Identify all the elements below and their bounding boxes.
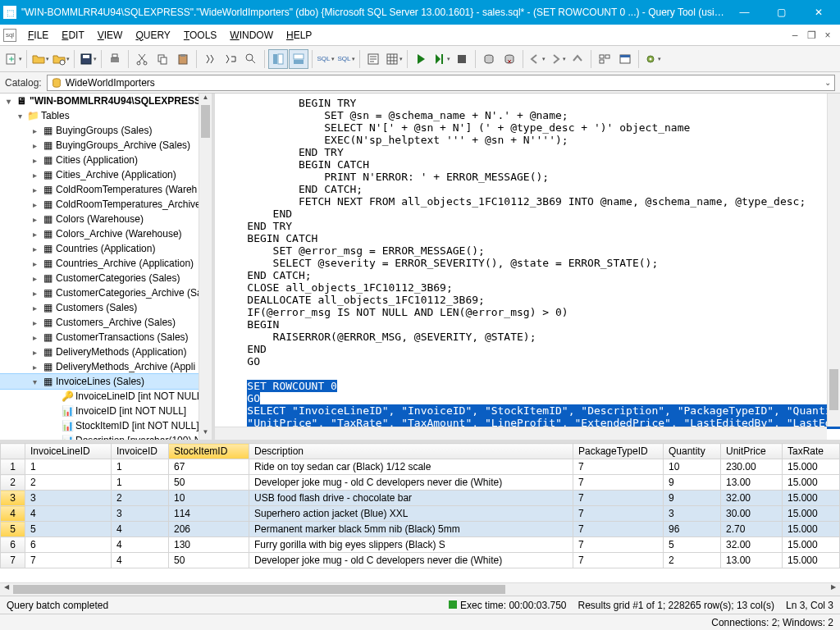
grid-cell[interactable]: 4	[112, 522, 169, 537]
grid-cell[interactable]: 15.000	[783, 459, 840, 475]
tree-root[interactable]: ▾🖥"WIN-BOMMLRR4U94\SQLEXPRESS".	[0, 94, 212, 108]
tree-table[interactable]: ▸▦Customers (Sales)	[0, 300, 212, 315]
copy-button[interactable]	[153, 49, 172, 69]
grid-cell[interactable]: Superhero action jacket (Blue) XXL	[249, 506, 573, 522]
print-button[interactable]	[105, 49, 125, 69]
new-query-button[interactable]	[3, 49, 23, 69]
row-number[interactable]: 2	[1, 475, 25, 491]
results-to-text-button[interactable]	[363, 49, 383, 69]
grid-cell[interactable]: Permanent marker black 5mm nib (Black) 5…	[249, 522, 573, 537]
grid-cell[interactable]: 5	[25, 522, 112, 537]
grid-cell[interactable]: 230.00	[721, 459, 783, 475]
tree-table[interactable]: ▸▦BuyingGroups_Archive (Sales)	[0, 138, 212, 153]
grid-cell[interactable]: 2	[25, 475, 112, 491]
grid-cell[interactable]: 2	[112, 491, 169, 506]
menu-file[interactable]: FILE	[21, 28, 55, 43]
mdi-restore-button[interactable]: ❐	[806, 29, 817, 42]
grid-cell[interactable]: 50	[169, 475, 249, 491]
grid-column-header[interactable]: Description	[249, 444, 573, 459]
row-number[interactable]: 7	[1, 553, 25, 568]
find-replace-button[interactable]	[221, 49, 240, 69]
nav-up-button[interactable]	[568, 49, 587, 69]
grid-cell[interactable]: 13.00	[721, 475, 783, 491]
grid-cell[interactable]: 7	[573, 553, 664, 568]
grid-cell[interactable]: 15.000	[783, 475, 840, 491]
grid-column-header[interactable]: InvoiceID	[112, 444, 169, 459]
object-tree[interactable]: ▾🖥"WIN-BOMMLRR4U94\SQLEXPRESS". ▾📁Tables…	[0, 94, 215, 440]
editor-scrollbar-x[interactable]	[215, 427, 827, 440]
grid-cell[interactable]: 15.000	[783, 537, 840, 553]
mdi-minimize-button[interactable]: –	[789, 29, 801, 42]
preferences-button[interactable]	[642, 49, 662, 69]
row-number[interactable]: 1	[1, 459, 25, 475]
grid-cell[interactable]: Developer joke mug - old C developers ne…	[249, 475, 573, 491]
menu-window[interactable]: WINDOW	[223, 28, 280, 43]
tree-column[interactable]: 🔑InvoiceLineID [int NOT NULL	[0, 389, 212, 404]
grid-cell[interactable]: 7	[573, 537, 664, 553]
grid-cell[interactable]: 1	[112, 459, 169, 475]
tree-column[interactable]: 📊InvoiceID [int NOT NULL]	[0, 404, 212, 418]
tree-table[interactable]: ▸▦ColdRoomTemperatures (Wareh	[0, 182, 212, 197]
tree-table[interactable]: ▸▦Countries_Archive (Application)	[0, 256, 212, 271]
tree-table[interactable]: ▸▦Cities_Archive (Application)	[0, 167, 212, 182]
tree-table[interactable]: ▸▦CustomerCategories (Sales)	[0, 271, 212, 285]
grid-cell[interactable]: 4	[25, 506, 112, 522]
grid-cell[interactable]: 3	[112, 506, 169, 522]
window-list-button[interactable]	[595, 49, 614, 69]
editor-scrollbar-y[interactable]	[827, 94, 840, 427]
grid-cell[interactable]: 15.000	[783, 491, 840, 506]
tree-column[interactable]: 📊StockItemID [int NOT NULL]	[0, 418, 212, 433]
transaction-commit-button[interactable]	[479, 49, 499, 69]
tree-table[interactable]: ▸▦CustomerCategories_Archive (Sa	[0, 285, 212, 300]
grid-cell[interactable]: Furry gorilla with big eyes slippers (Bl…	[249, 537, 573, 553]
minimize-button[interactable]: —	[726, 0, 763, 25]
grid-scrollbar-x[interactable]: ◀▶	[0, 582, 840, 596]
execute-button[interactable]	[411, 49, 431, 69]
grid-cell[interactable]: 7	[573, 459, 664, 475]
grid-cell[interactable]: 7	[573, 522, 664, 537]
grid-column-header[interactable]: PackageTypeID	[573, 444, 664, 459]
grid-cell[interactable]: 13.00	[721, 553, 783, 568]
tree-table[interactable]: ▸▦Colors (Warehouse)	[0, 212, 212, 226]
grid-cell[interactable]: 9	[664, 475, 721, 491]
grid-corner[interactable]	[1, 444, 25, 459]
sql-options2-button[interactable]: SQL	[336, 49, 356, 69]
transaction-rollback-button[interactable]	[500, 49, 519, 69]
tree-table[interactable]: ▸▦Countries (Application)	[0, 241, 212, 256]
table-row[interactable]: 33210USB food flash drive - chocolate ba…	[1, 491, 840, 506]
grid-cell[interactable]: 15.000	[783, 553, 840, 568]
tree-table-selected[interactable]: ▾▦InvoiceLines (Sales)	[0, 374, 212, 389]
table-row[interactable]: 22150Developer joke mug - old C develope…	[1, 475, 840, 491]
toggle-tree-button[interactable]	[268, 49, 288, 69]
grid-cell[interactable]: 3	[664, 506, 721, 522]
row-number[interactable]: 6	[1, 537, 25, 553]
table-row[interactable]: 554206Permanent marker black 5mm nib (Bl…	[1, 522, 840, 537]
menu-query[interactable]: QUERY	[129, 28, 176, 43]
grid-cell[interactable]: 2.70	[721, 522, 783, 537]
tree-table[interactable]: ▸▦Colors_Archive (Warehouse)	[0, 226, 212, 241]
tree-table[interactable]: ▸▦DeliveryMethods (Application)	[0, 345, 212, 359]
new-window-button[interactable]	[615, 49, 635, 69]
tree-table[interactable]: ▸▦ColdRoomTemperatures_Archive	[0, 197, 212, 212]
grid-cell[interactable]: 10	[169, 491, 249, 506]
grid-cell[interactable]: 5	[664, 537, 721, 553]
tree-tables-folder[interactable]: ▾📁Tables	[0, 108, 212, 123]
grid-cell[interactable]: 7	[573, 491, 664, 506]
grid-cell[interactable]: 30.00	[721, 506, 783, 522]
menu-edit[interactable]: EDIT	[55, 28, 90, 43]
tree-table[interactable]: ▸▦DeliveryMethods_Archive (Appli	[0, 359, 212, 374]
grid-cell[interactable]: 1	[25, 459, 112, 475]
grid-cell[interactable]: 4	[112, 537, 169, 553]
table-row[interactable]: 664130Furry gorilla with big eyes slippe…	[1, 537, 840, 553]
grid-cell[interactable]: Ride on toy sedan car (Black) 1/12 scale	[249, 459, 573, 475]
grid-cell[interactable]: 130	[169, 537, 249, 553]
tree-table[interactable]: ▸▦BuyingGroups (Sales)	[0, 123, 212, 138]
grid-cell[interactable]: 50	[169, 553, 249, 568]
grid-column-header[interactable]: TaxRate	[783, 444, 840, 459]
tree-table[interactable]: ▸▦Customers_Archive (Sales)	[0, 315, 212, 330]
grid-column-header[interactable]: UnitPrice	[721, 444, 783, 459]
grid-cell[interactable]: 96	[664, 522, 721, 537]
row-number[interactable]: 4	[1, 506, 25, 522]
grid-cell[interactable]: 6	[25, 537, 112, 553]
toggle-results-button[interactable]	[289, 49, 308, 69]
